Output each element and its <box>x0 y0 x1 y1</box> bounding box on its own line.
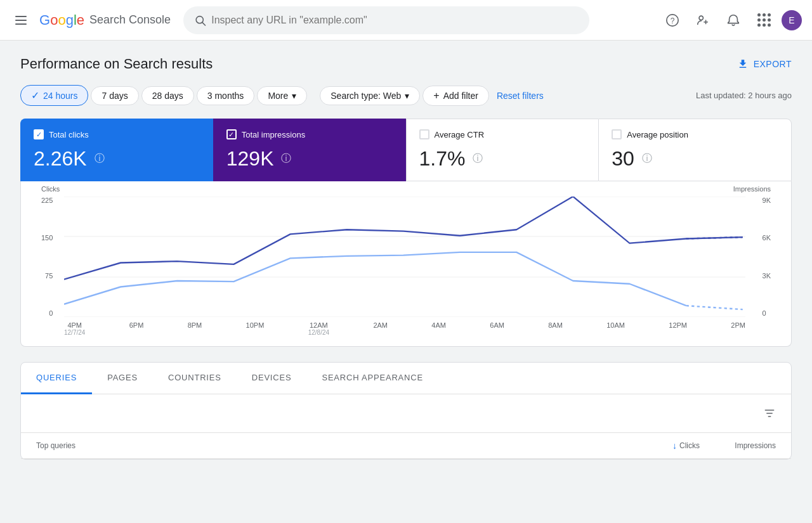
chevron-down-icon: ▾ <box>292 91 296 101</box>
metric-header-clicks: ✓ Total clicks <box>34 129 200 139</box>
page-title: Performance on Search results <box>20 56 213 72</box>
search-type-filter[interactable]: Search type: Web ▾ <box>320 86 420 105</box>
apps-grid-icon <box>756 12 772 28</box>
y-tick-9k: 9K <box>763 197 771 204</box>
notifications-button[interactable] <box>721 8 746 33</box>
chart-y-left: 225 150 75 0 <box>41 197 58 317</box>
x-label-6pm: 6PM <box>129 321 144 336</box>
x-label-2am: 2AM <box>373 321 388 336</box>
y-tick-0-left: 0 <box>49 309 53 317</box>
export-button[interactable]: EXPORT <box>737 58 792 70</box>
tab-pages[interactable]: PAGES <box>92 363 153 394</box>
metric-checkbox-impressions[interactable]: ✓ <box>226 129 237 139</box>
column-filter-button[interactable] <box>758 402 781 425</box>
export-icon <box>737 58 749 70</box>
col-clicks-header: ↓ Clicks <box>624 441 700 451</box>
y-tick-225: 225 <box>41 197 53 204</box>
tab-search-appearance[interactable]: SEARCH APPEARANCE <box>306 363 438 394</box>
chart-y-right: 9K 6K 3K 0 <box>757 197 771 317</box>
x-label-2pm: 2PM <box>731 321 745 336</box>
clicks-line-solid <box>64 252 686 306</box>
reset-filters-button[interactable]: Reset filters <box>492 87 549 105</box>
metric-checkbox-clicks[interactable]: ✓ <box>34 129 44 139</box>
metric-card-position[interactable]: Average position 30 ⓘ <box>598 119 792 181</box>
help-button[interactable]: ? <box>660 8 685 33</box>
clicks-line-dotted <box>686 306 743 309</box>
chip-label-24hours: 24 hours <box>43 91 77 101</box>
metric-card-impressions[interactable]: ✓ Total impressions 129K ⓘ <box>213 119 406 181</box>
metric-label-ctr: Average CTR <box>435 130 485 139</box>
filter-chip-3months[interactable]: 3 months <box>197 86 255 105</box>
chart-x-axis: 4PM 12/7/24 6PM 8PM 10PM 12AM 12/8/24 2A <box>64 321 745 336</box>
chip-label-28days: 28 days <box>152 91 183 101</box>
x-label-10pm: 10PM <box>246 321 265 336</box>
help-icon-ctr[interactable]: ⓘ <box>473 152 483 165</box>
help-icon-clicks[interactable]: ⓘ <box>95 152 105 165</box>
chart-y-label-right: Impressions <box>733 185 771 193</box>
metric-label-position: Average position <box>627 130 688 139</box>
logo[interactable]: Google Search Console <box>39 12 171 29</box>
table-header: Top queries ↓ Clicks Impressions <box>21 433 791 459</box>
chip-label-3months: 3 months <box>207 91 244 101</box>
filter-chip-7days[interactable]: 7 days <box>91 86 138 105</box>
metric-card-ctr[interactable]: Average CTR 1.7% ⓘ <box>406 119 599 181</box>
metric-checkbox-position[interactable] <box>612 129 622 139</box>
col-impressions-header: Impressions <box>700 441 776 450</box>
last-updated: Last updated: 2 hours ago <box>696 91 792 100</box>
person-add-icon <box>696 13 710 27</box>
filter-bar: ✓ 24 hours 7 days 28 days 3 months More … <box>20 85 792 106</box>
tabs-toolbar <box>21 394 791 433</box>
tab-countries[interactable]: COUNTRIES <box>153 363 237 394</box>
search-icon <box>194 14 206 27</box>
metric-value-ctr: 1.7% ⓘ <box>419 147 586 171</box>
avatar[interactable]: E <box>782 10 802 30</box>
chevron-down-icon: ▾ <box>405 91 409 101</box>
tabs-container: QUERIES PAGES COUNTRIES DEVICES SEARCH A… <box>20 362 792 460</box>
product-name: Search Console <box>89 13 171 27</box>
metric-card-clicks[interactable]: ✓ Total clicks 2.26K ⓘ <box>20 119 213 181</box>
svg-text:?: ? <box>671 16 675 25</box>
x-label-6am: 6AM <box>490 321 504 336</box>
x-label-8am: 8AM <box>548 321 563 336</box>
help-icon-impressions[interactable]: ⓘ <box>281 152 291 165</box>
chart-area: Clicks Impressions 225 150 75 0 9K 6K 3K… <box>41 197 771 336</box>
y-tick-6k: 6K <box>763 234 771 242</box>
svg-line-1 <box>202 22 205 25</box>
metric-header-impressions: ✓ Total impressions <box>226 129 393 139</box>
help-icon: ? <box>665 13 679 27</box>
apps-button[interactable] <box>751 8 776 33</box>
help-icon-position[interactable]: ⓘ <box>642 152 652 165</box>
search-bar[interactable] <box>183 6 589 34</box>
tab-queries[interactable]: QUERIES <box>21 363 92 394</box>
chip-label-7days: 7 days <box>102 91 128 101</box>
menu-icon[interactable] <box>10 11 32 30</box>
impressions-line <box>64 197 743 280</box>
y-tick-3k: 3K <box>763 272 771 280</box>
reset-label: Reset filters <box>497 91 544 101</box>
y-tick-0-right: 0 <box>763 309 766 317</box>
metrics-row: ✓ Total clicks 2.26K ⓘ ✓ Total impressio… <box>20 119 792 181</box>
x-label-8pm: 8PM <box>188 321 202 336</box>
filter-chip-more[interactable]: More ▾ <box>257 86 307 105</box>
filter-chip-28days[interactable]: 28 days <box>141 86 194 105</box>
tab-devices[interactable]: DEVICES <box>237 363 307 394</box>
check-icon: ✓ <box>31 89 39 101</box>
y-tick-75: 75 <box>45 272 53 280</box>
metric-value-position: 30 ⓘ <box>612 147 778 171</box>
user-icon-button[interactable] <box>690 8 716 33</box>
google-logo: Google <box>39 12 84 29</box>
metric-checkbox-ctr[interactable] <box>419 129 429 139</box>
chart-svg-wrapper <box>64 197 745 317</box>
metric-header-ctr: Average CTR <box>419 129 586 139</box>
filter-columns-icon <box>763 407 776 420</box>
metric-label-clicks: Total clicks <box>49 130 89 139</box>
col-query-header: Top queries <box>36 441 624 450</box>
svg-point-4 <box>699 16 703 20</box>
search-input[interactable] <box>211 15 579 26</box>
add-filter-label: Add filter <box>443 91 478 101</box>
x-label-4pm: 4PM 12/7/24 <box>64 321 85 336</box>
x-label-10am: 10AM <box>606 321 625 336</box>
filter-chip-24hours[interactable]: ✓ 24 hours <box>20 85 88 106</box>
add-filter-button[interactable]: + Add filter <box>422 86 489 106</box>
metric-value-clicks: 2.26K ⓘ <box>34 147 200 171</box>
